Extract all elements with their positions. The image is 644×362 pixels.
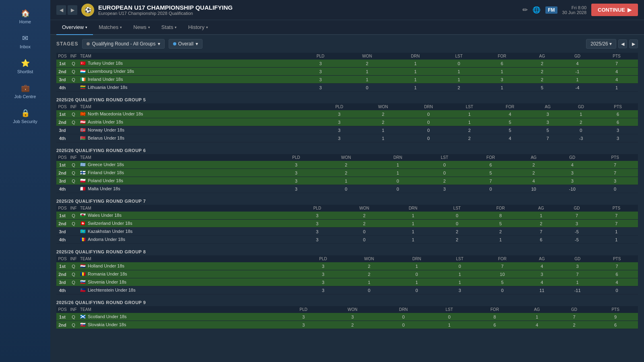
sidebar-item-job-security[interactable]: 🔒 Job Security bbox=[0, 104, 50, 129]
sidebar-label-job-security: Job Security bbox=[13, 119, 37, 124]
table-row[interactable]: 2ndQ🇷🇴Romania Under 18s320110376 bbox=[56, 270, 638, 278]
group-title-1: 2025/26 QUALIFYING ROUND GROUP 5 bbox=[56, 95, 638, 103]
col-header-for: FOR bbox=[479, 53, 524, 60]
flag-icon: 🇨🇭 bbox=[80, 221, 86, 226]
cell-ag: 2 bbox=[515, 161, 552, 169]
cell-pts: 1 bbox=[595, 228, 638, 236]
table-row[interactable]: 4th🇧🇾Belarus Under 18s310247-33 bbox=[56, 134, 638, 142]
cell-ag: 7 bbox=[531, 134, 564, 142]
cell-won: 2 bbox=[344, 270, 394, 278]
table-row[interactable]: 3rdQ🇵🇱Poland Under 18s31027433 bbox=[56, 177, 638, 185]
sidebar-label-shortlist: Shortlist bbox=[17, 69, 33, 74]
flag-icon: 🏴󠁧󠁢󠁳󠁣󠁴󠁿 bbox=[80, 314, 86, 319]
cell-pos: 2nd bbox=[56, 68, 68, 76]
cell-lst: 0 bbox=[436, 212, 478, 220]
cell-pos: 3rd bbox=[56, 177, 68, 185]
overall-button[interactable]: Overall ▾ bbox=[169, 39, 202, 49]
table-row[interactable]: 1stQ🏴󠁧󠁢󠁳󠁣󠁴󠁿Scotland Under 18s33008179 bbox=[56, 313, 638, 321]
cell-ag: 1 bbox=[518, 313, 555, 321]
cell-gd: -3 bbox=[564, 134, 598, 142]
cell-drn: 1 bbox=[392, 84, 439, 92]
dot-icon bbox=[87, 42, 90, 45]
cell-inf: Q bbox=[68, 212, 78, 220]
tab-matches[interactable]: Matches ▾ bbox=[93, 20, 128, 35]
cell-for: 6 bbox=[479, 60, 524, 68]
team-name: Norway Under 18s bbox=[88, 128, 124, 132]
cell-pts: 6 bbox=[596, 270, 638, 278]
table-row[interactable]: 1stQ🇬🇷Greece Under 18s32106247 bbox=[56, 161, 638, 169]
team-cell: 🇨🇭Switzerland Under 18s bbox=[78, 220, 296, 228]
qualifying-round-button[interactable]: Qualifying Round - All Groups ▾ bbox=[82, 39, 164, 49]
chevron-down-icon: ▾ bbox=[206, 25, 208, 29]
home-icon: 🏠 bbox=[21, 9, 30, 18]
season-button[interactable]: 2025/26 ▾ bbox=[586, 39, 616, 49]
next-season-button[interactable]: ▶ bbox=[629, 39, 638, 48]
cell-won: 0 bbox=[319, 185, 373, 193]
flag-icon: 🇦🇩 bbox=[80, 237, 86, 242]
table-row[interactable]: 2ndQ🇦🇹Austria Under 18s32015326 bbox=[56, 118, 638, 126]
col-header-for: FOR bbox=[466, 154, 515, 161]
cell-inf bbox=[68, 134, 78, 142]
table-row[interactable]: 4th🇦🇩Andorra Under 18s301216-51 bbox=[56, 236, 638, 244]
table-row[interactable]: 2ndQ🇱🇺Luxembourg Under 18s311112-14 bbox=[56, 68, 638, 76]
sidebar-item-job-centre[interactable]: 💼 Job Centre bbox=[0, 79, 50, 104]
table-row[interactable]: 2ndQ🇨🇭Switzerland Under 18s32105237 bbox=[56, 220, 638, 228]
cell-lst: 2 bbox=[436, 228, 478, 236]
table-row[interactable]: 4th🇱🇮Liechtenstein Under 18s3003011-110 bbox=[56, 286, 638, 294]
col-header-ag: AG bbox=[531, 103, 564, 110]
cell-for: 5 bbox=[466, 169, 515, 177]
tab-overview[interactable]: Overview ▾ bbox=[56, 20, 93, 35]
team-cell: 🇬🇷Greece Under 18s bbox=[78, 161, 273, 169]
sidebar-label-home: Home bbox=[19, 19, 31, 24]
globe-icon[interactable]: 🌐 bbox=[533, 6, 541, 14]
prev-season-button[interactable]: ◀ bbox=[618, 39, 627, 48]
table-row[interactable]: 3rd🇳🇴Norway Under 18s31025503 bbox=[56, 126, 638, 134]
cell-pos: 4th bbox=[56, 134, 68, 142]
continue-button[interactable]: CONTINUE ▶ bbox=[591, 4, 638, 16]
tab-history[interactable]: History ▾ bbox=[182, 20, 213, 35]
cell-inf: Q bbox=[68, 169, 78, 177]
table-row[interactable]: 1stQ🇲🇰North Macedonia Under 18s32014316 bbox=[56, 110, 638, 118]
cell-pos: 2nd bbox=[56, 118, 68, 126]
sidebar-item-shortlist[interactable]: ⭐ Shortlist bbox=[0, 54, 50, 79]
team-name: Luxembourg Under 18s bbox=[88, 69, 134, 74]
cell-pld: 3 bbox=[299, 84, 342, 92]
pencil-icon[interactable]: ✏ bbox=[522, 6, 528, 14]
cell-ag: 4 bbox=[518, 321, 555, 329]
table-row[interactable]: 3rd🇰🇿Kazakhstan Under 18s301227-51 bbox=[56, 228, 638, 236]
cell-ag: 2 bbox=[524, 76, 559, 84]
table-row[interactable]: 1stQ🏴󠁧󠁢󠁷󠁬󠁳󠁿Wales Under 18s32108177 bbox=[56, 212, 638, 220]
cell-lst: 2 bbox=[450, 134, 489, 142]
forward-button[interactable]: ▶ bbox=[68, 5, 77, 15]
cell-lst: 1 bbox=[438, 76, 479, 84]
chevron-down-icon: ▾ bbox=[175, 25, 177, 29]
group-title-3: 2025/26 QUALIFYING ROUND GROUP 7 bbox=[56, 196, 638, 205]
tab-overview-label: Overview bbox=[62, 24, 84, 30]
tab-stats[interactable]: Stats ▾ bbox=[156, 20, 183, 35]
cell-pos: 3rd bbox=[56, 126, 68, 134]
cell-lst: 1 bbox=[450, 110, 489, 118]
date-label: 30 Jun 2028 bbox=[562, 10, 587, 15]
back-button[interactable]: ◀ bbox=[56, 5, 66, 15]
cell-drn: 1 bbox=[390, 212, 436, 220]
cell-inf bbox=[68, 126, 78, 134]
table-row[interactable]: 4th🇱🇹Lithuania Under 18s301215-41 bbox=[56, 84, 638, 92]
cell-pld: 3 bbox=[281, 313, 326, 321]
cell-won: 1 bbox=[342, 76, 392, 84]
tab-news[interactable]: News ▾ bbox=[128, 20, 156, 35]
sidebar-item-inbox[interactable]: ✉ Inbox bbox=[0, 29, 50, 54]
table-row[interactable]: 2ndQ🇫🇮Finland Under 18s32105237 bbox=[56, 169, 638, 177]
sidebar-item-home[interactable]: 🏠 Home bbox=[0, 4, 50, 29]
tab-history-label: History bbox=[188, 24, 204, 30]
table-row[interactable]: 3rdQ🇮🇪Ireland Under 18s31113214 bbox=[56, 76, 638, 84]
cell-inf bbox=[68, 286, 78, 294]
cell-inf: Q bbox=[68, 76, 78, 84]
cell-gd: 3 bbox=[559, 262, 596, 270]
table-row[interactable]: 3rdQ🇸🇮Slovenia Under 18s31115414 bbox=[56, 278, 638, 286]
table-row[interactable]: 1stQ🇹🇷Turkey Under 18s32106247 bbox=[56, 60, 638, 68]
team-name: Scotland Under 18s bbox=[88, 314, 127, 319]
table-row[interactable]: 4th🇲🇹Malta Under 18s3003010-100 bbox=[56, 185, 638, 193]
table-row[interactable]: 2ndQ🇸🇰Slovakia Under 18s32016426 bbox=[56, 321, 638, 329]
table-row[interactable]: 1stQ🇳🇱Holland Under 18s32107437 bbox=[56, 262, 638, 270]
team-name: Turkey Under 18s bbox=[88, 61, 123, 66]
